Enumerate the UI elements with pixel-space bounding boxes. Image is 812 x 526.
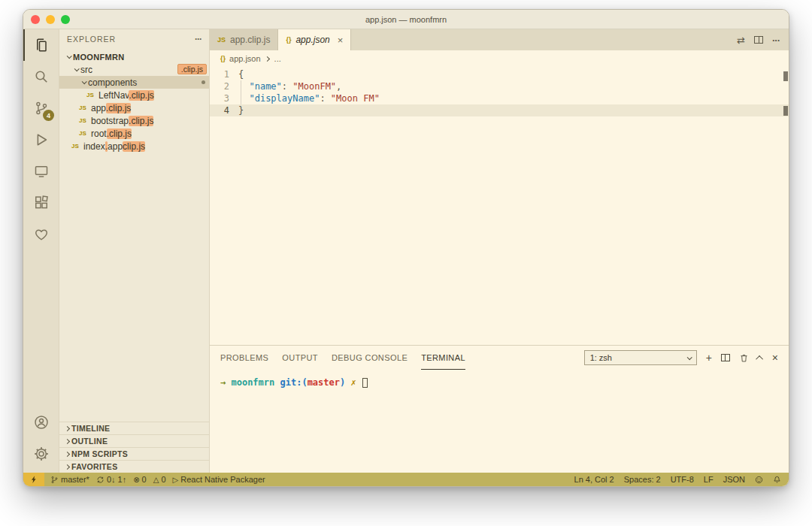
terminal[interactable]: → moonfmrn git:(master) ✗ [210, 370, 789, 473]
smiley-icon [755, 476, 763, 484]
encoding[interactable]: UTF-8 [671, 475, 694, 484]
breadcrumb-file[interactable]: app.json [229, 54, 261, 63]
tree-item-leftnav-clip-js[interactable]: JSLeftNav.clip.js [59, 89, 209, 101]
breadcrumb[interactable]: {} app.json ... [210, 50, 789, 67]
panel-tab-problems[interactable]: PROBLEMS [220, 346, 268, 370]
more-actions-icon[interactable]: ··· [772, 35, 780, 46]
js-file-icon: JS [79, 117, 91, 124]
tree-item-root-clip-js[interactable]: JSroot.clip.js [59, 127, 209, 140]
editor-tab-app-clip-js[interactable]: JSapp.clip.js [210, 29, 278, 50]
panel-tab-output[interactable]: OUTPUT [282, 346, 318, 370]
sidebar-section-favorites[interactable]: FAVORITES [59, 460, 209, 473]
explorer-more-actions-icon[interactable]: ··· [195, 34, 201, 44]
terminal-picker[interactable]: 1: zsh [584, 350, 697, 365]
panel-tab-terminal[interactable]: TERMINAL [421, 346, 465, 370]
errors-status[interactable]: ⊗0 [133, 475, 147, 484]
kill-terminal-icon[interactable] [739, 353, 749, 363]
status-left: master*0↓ 1↑⊗0△0▷React Native Packager [44, 475, 271, 484]
workbench: 4 EXPLORER ··· MOONFMRNsrc.clip.jscompon… [23, 29, 789, 473]
status-label: 0 [142, 475, 147, 484]
line-content: "displayName": "Moon FM" [238, 92, 380, 104]
terminal-picker-value: 1: zsh [590, 353, 612, 362]
minimize-window-button[interactable] [46, 15, 55, 24]
overview-ruler-mark [783, 106, 788, 116]
zoom-window-button[interactable] [61, 15, 70, 24]
activity-bar: 4 [23, 29, 59, 473]
tree-item-label: MOONFMRN [73, 53, 124, 62]
code-line-2[interactable]: 2 "name": "MoonFM", [210, 80, 789, 92]
overview-ruler-mark [783, 71, 788, 81]
chevron-down-icon [687, 356, 691, 360]
breadcrumb-chevron-icon [265, 57, 271, 61]
tree-item-label: src [80, 65, 92, 75]
activity-favorites-icon[interactable] [23, 219, 59, 250]
editor-group: JSapp.clip.js{}app.json× ⇄··· {} app.jso… [210, 29, 789, 473]
tab-label: app.clip.js [230, 35, 270, 45]
sidebar-section-outline[interactable]: OUTLINE [59, 434, 209, 447]
explorer-sidebar: EXPLORER ··· MOONFMRNsrc.clip.jscomponen… [59, 29, 210, 473]
tree-item-moonfmrn[interactable]: MOONFMRN [59, 50, 209, 63]
terminal-prompt: → moonfmrn git:(master) ✗ [220, 377, 778, 388]
tree-item-bootstrap-clip-js[interactable]: JSbootstrap.clip.js [59, 114, 209, 127]
tree-filter-badge: .clip.js [177, 64, 207, 74]
new-terminal-icon[interactable]: + [706, 352, 712, 364]
activity-explorer-icon[interactable] [23, 29, 59, 61]
close-tab-icon[interactable]: × [338, 35, 344, 46]
line-number: 1 [210, 68, 238, 80]
activity-remote-explorer-icon[interactable] [23, 156, 59, 187]
tree-item-index-appclip-js[interactable]: JSindex.appclip.js [59, 140, 209, 153]
js-file-icon: JS [79, 130, 91, 137]
js-file-icon: JS [71, 143, 83, 150]
line-number: 2 [210, 80, 238, 92]
close-panel-icon[interactable]: × [772, 352, 778, 364]
panel-tab-debug-console[interactable]: DEBUG CONSOLE [332, 346, 408, 370]
tree-item-src[interactable]: src.clip.js [59, 63, 209, 76]
task-status[interactable]: ▷React Native Packager [173, 475, 265, 484]
tab-label: app.json [295, 35, 329, 45]
feedback-smiley[interactable] [755, 476, 763, 484]
tree-item-label: LeftNav.clip.js [98, 90, 154, 101]
vscode-window: app.json — moonfmrn 4 EXPLORER ··· MOONF… [23, 9, 789, 487]
warnings-status[interactable]: △0 [153, 475, 166, 484]
editor-tab-app-json[interactable]: {}app.json× [278, 29, 351, 50]
sidebar-section-timeline[interactable]: TIMELINE [59, 422, 209, 434]
status-bar: master*0↓ 1↑⊗0△0▷React Native Packager L… [23, 473, 789, 486]
indentation[interactable]: Spaces: 2 [624, 475, 661, 484]
split-terminal-icon[interactable] [721, 354, 730, 361]
activity-extensions-icon[interactable] [23, 187, 59, 219]
line-content: } [238, 104, 244, 116]
notifications-bell[interactable] [773, 476, 781, 484]
sidebar-section-npm-scripts[interactable]: NPM SCRIPTS [59, 447, 209, 460]
tree-item-components[interactable]: components [59, 76, 209, 89]
task-status-icon: ▷ [173, 476, 179, 484]
status-label: LF [704, 475, 714, 484]
language-mode[interactable]: JSON [723, 475, 745, 484]
remote-indicator[interactable] [23, 473, 44, 486]
branch-icon [50, 476, 59, 484]
activity-settings-icon[interactable] [23, 438, 59, 470]
activity-run-debug-icon[interactable] [23, 124, 59, 156]
activity-source-control-icon[interactable]: 4 [23, 92, 59, 124]
open-changes-icon[interactable]: ⇄ [737, 35, 745, 46]
terminal-action-icons: +× [706, 352, 778, 364]
code-line-1[interactable]: 1{ [210, 68, 789, 80]
line-content: "name": "MoonFM", [238, 80, 341, 92]
eol[interactable]: LF [704, 475, 714, 484]
title-bar: app.json — moonfmrn [23, 10, 789, 29]
code-line-4[interactable]: 4} [210, 104, 789, 116]
breadcrumb-more[interactable]: ... [274, 54, 281, 63]
status-label: JSON [723, 475, 745, 484]
branch-status[interactable]: master* [50, 475, 89, 484]
tree-item-app-clip-js[interactable]: JSapp.clip.js [59, 101, 209, 114]
editor-tab-bar: JSapp.clip.js{}app.json× ⇄··· [210, 29, 789, 50]
code-line-3[interactable]: 3 "displayName": "Moon FM" [210, 92, 789, 104]
activity-account-icon[interactable] [23, 407, 59, 438]
maximize-panel-icon[interactable] [758, 355, 763, 361]
sync-status[interactable]: 0↓ 1↑ [96, 475, 126, 484]
code-editor[interactable]: 1{2 "name": "MoonFM",3 "displayName": "M… [210, 67, 789, 345]
close-window-button[interactable] [31, 15, 40, 24]
line-number: 4 [210, 104, 238, 116]
cursor-position[interactable]: Ln 4, Col 2 [574, 475, 614, 484]
activity-search-icon[interactable] [23, 61, 59, 92]
split-editor-icon[interactable] [754, 36, 763, 44]
